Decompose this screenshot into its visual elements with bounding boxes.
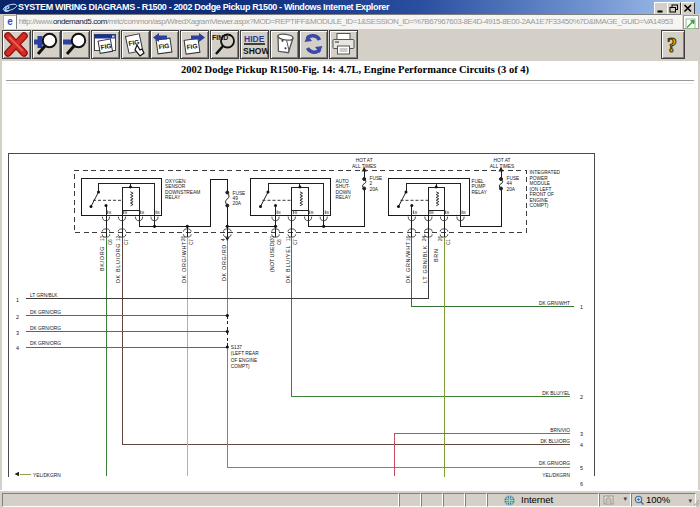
- svg-text:B: B: [157, 210, 160, 215]
- svg-text:3: 3: [16, 330, 19, 336]
- svg-text:44: 44: [507, 181, 513, 186]
- svg-text:4: 4: [16, 345, 19, 351]
- svg-text:INTEGRATED: INTEGRATED: [530, 170, 561, 175]
- svg-text:DK GRN/ORG: DK GRN/ORG: [30, 310, 61, 315]
- svg-text:2: 2: [16, 314, 19, 320]
- svg-text:24: 24: [422, 235, 427, 241]
- svg-text:FUSE: FUSE: [370, 176, 383, 181]
- svg-text:5: 5: [580, 465, 583, 471]
- svg-text:HOT AT: HOT AT: [356, 158, 373, 163]
- svg-text:B: B: [125, 210, 128, 215]
- svg-text:RELAY: RELAY: [336, 195, 352, 200]
- svg-text:DK GRN/WHT: DK GRN/WHT: [539, 301, 570, 306]
- svg-text:DK BLU/ORG: DK BLU/ORG: [540, 439, 570, 444]
- svg-text:11: 11: [286, 236, 291, 241]
- svg-text:ENGINE: ENGINE: [530, 198, 548, 203]
- svg-text:DK ORG/WHT: DK ORG/WHT: [181, 241, 187, 283]
- svg-text:LT GRN/BLK: LT GRN/BLK: [30, 293, 58, 298]
- svg-text:DK BLU/ORG: DK BLU/ORG: [115, 243, 121, 283]
- svg-text:FUEL: FUEL: [472, 179, 485, 184]
- svg-text:3: 3: [580, 431, 583, 437]
- svg-text:YEL/DKGRN: YEL/DKGRN: [33, 473, 61, 478]
- svg-text:13: 13: [100, 235, 105, 241]
- svg-text:C6: C6: [277, 239, 282, 245]
- svg-text:YEL/DKGRN: YEL/DKGRN: [542, 473, 570, 478]
- svg-text:B: B: [294, 210, 297, 215]
- svg-text:BK/ORG: BK/ORG: [99, 246, 105, 271]
- svg-text:1: 1: [580, 304, 583, 310]
- svg-text:AUTO: AUTO: [336, 179, 350, 184]
- svg-text:2: 2: [370, 181, 373, 186]
- svg-text:49: 49: [233, 196, 239, 201]
- svg-text:DK ORG/RD: DK ORG/RD: [221, 244, 227, 281]
- svg-text:C7: C7: [189, 239, 194, 245]
- svg-text:(LEFT REAR: (LEFT REAR: [231, 351, 259, 356]
- svg-text:16: 16: [406, 235, 411, 241]
- svg-text:ALL TIMES: ALL TIMES: [490, 164, 514, 169]
- svg-text:ALL TIMES: ALL TIMES: [352, 164, 376, 169]
- svg-text:FUSE: FUSE: [233, 191, 246, 196]
- svg-text:PUMP: PUMP: [472, 184, 486, 189]
- svg-text:RELAY: RELAY: [472, 190, 488, 195]
- svg-text:DOWNSTREAM: DOWNSTREAM: [165, 190, 200, 195]
- svg-text:B: B: [326, 210, 329, 215]
- svg-text:POWER: POWER: [530, 176, 549, 181]
- svg-text:FUSE: FUSE: [507, 176, 520, 181]
- svg-text:LT GRN/BLK: LT GRN/BLK: [422, 245, 428, 283]
- svg-text:B: B: [414, 210, 417, 215]
- svg-text:B: B: [447, 210, 450, 215]
- svg-text:C7: C7: [293, 239, 298, 245]
- svg-text:BRN: BRN: [433, 249, 439, 262]
- svg-text:6: 6: [580, 481, 583, 487]
- svg-text:DK GRN/ORG: DK GRN/ORG: [30, 341, 61, 346]
- svg-text:DK GRN/ORG: DK GRN/ORG: [539, 461, 570, 466]
- svg-text:DK BLU/YEL: DK BLU/YEL: [285, 245, 291, 283]
- svg-text:(ON LEFT: (ON LEFT: [530, 187, 552, 192]
- svg-text:C7: C7: [124, 239, 129, 245]
- svg-text:20A: 20A: [233, 201, 242, 206]
- svg-text:DOWN: DOWN: [336, 190, 352, 195]
- svg-text:COMPT): COMPT): [530, 203, 549, 208]
- svg-text:SHUT-: SHUT-: [336, 184, 351, 189]
- svg-text:2: 2: [580, 394, 583, 400]
- svg-text:B: B: [311, 210, 314, 215]
- svg-text:B: B: [278, 210, 281, 215]
- svg-text:COMPT): COMPT): [231, 364, 250, 369]
- svg-text:OF ENGINE: OF ENGINE: [231, 358, 257, 363]
- svg-text:BRN/VIO: BRN/VIO: [550, 428, 570, 433]
- svg-text:B: B: [431, 210, 434, 215]
- svg-text:26: 26: [181, 235, 186, 241]
- svg-text:12: 12: [116, 235, 121, 241]
- svg-text:FRONT OF: FRONT OF: [530, 192, 554, 197]
- svg-text:SENSOR: SENSOR: [165, 184, 186, 189]
- svg-text:30: 30: [270, 235, 275, 241]
- svg-text:B: B: [142, 210, 145, 215]
- svg-text:RELAY: RELAY: [165, 195, 181, 200]
- svg-text:B: B: [463, 210, 466, 215]
- svg-text:OXYGEN: OXYGEN: [165, 179, 186, 184]
- svg-text:1: 1: [16, 297, 19, 303]
- svg-text:C1: C1: [446, 239, 451, 245]
- svg-text:S137: S137: [231, 345, 243, 350]
- svg-text:20A: 20A: [507, 187, 516, 192]
- svg-text:DK GRN/ORG: DK GRN/ORG: [30, 326, 61, 331]
- svg-text:DK GRN/WHT: DK GRN/WHT: [405, 241, 411, 283]
- svg-text:B: B: [109, 210, 112, 215]
- svg-text:HOT AT: HOT AT: [494, 158, 511, 163]
- svg-text:4: 4: [221, 238, 226, 241]
- svg-text:20A: 20A: [370, 187, 379, 192]
- svg-text:4: 4: [580, 442, 583, 448]
- svg-text:(NOT USED): (NOT USED): [269, 240, 275, 272]
- svg-text:C6: C6: [108, 239, 113, 245]
- svg-text:DK BLU/YEL: DK BLU/YEL: [542, 391, 570, 396]
- svg-text:26: 26: [438, 235, 443, 241]
- svg-text:MODULE: MODULE: [530, 181, 551, 186]
